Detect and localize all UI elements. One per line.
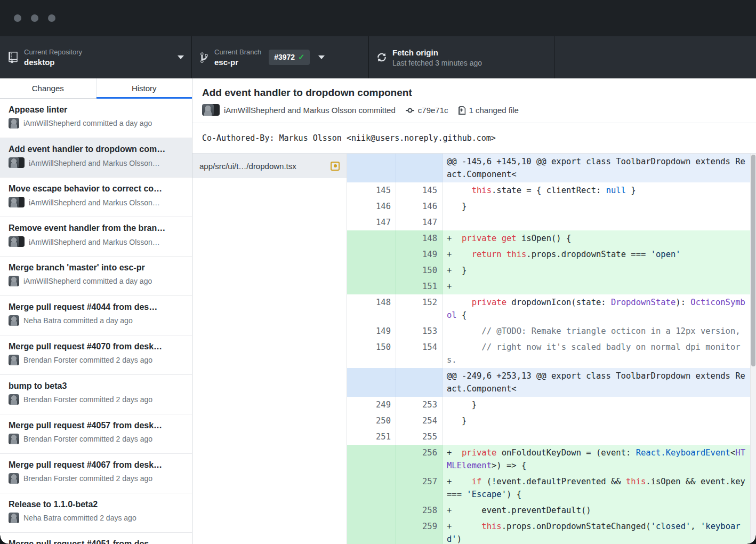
diff-code: [443, 214, 756, 230]
history-commit-item[interactable]: Release to 1.1.0-beta2Neha Batra committ…: [0, 493, 192, 533]
diff-code: +: [443, 278, 756, 294]
branch-label: Current Branch: [214, 48, 261, 56]
minimize-window-button[interactable]: [31, 14, 38, 22]
diff-hunk-header: @@ -249,6 +253,13 @@ export class Toolba…: [347, 368, 756, 397]
changed-files-count: 1 changed file: [469, 106, 519, 115]
window-corner: [0, 535, 9, 544]
new-line-number: 145: [396, 182, 443, 198]
avatar: [9, 276, 19, 286]
diff-code: this.state = { clientRect: null }: [443, 182, 756, 198]
changed-files-panel: app/src/ui/t…/dropdown.tsx: [192, 154, 347, 544]
old-line-number: [347, 445, 396, 474]
history-commit-item[interactable]: Move escape behavior to correct co…iAmWi…: [0, 178, 192, 217]
commit-item-meta-row: Brendan Forster committed 2 days ago: [9, 394, 183, 405]
diff-scrollbar-thumb[interactable]: [751, 155, 755, 366]
new-line-number: 254: [396, 413, 443, 429]
diff-line: 146146 }: [347, 198, 756, 214]
diff-line: 149+ return this.props.dropdownState ===…: [347, 246, 756, 262]
old-line-number: [347, 230, 396, 246]
commit-item-meta: Brendan Forster committed 2 days ago: [23, 356, 152, 364]
history-commit-item[interactable]: Remove event handler from the bran…iAmWi…: [0, 217, 192, 257]
commit-item-title: Appease linter: [9, 105, 183, 115]
diff-line: 150154 // right now it's scaled badly on…: [347, 339, 756, 368]
fetch-origin-button[interactable]: Fetch origin Last fetched 3 minutes ago: [369, 36, 554, 78]
diff-code: + if (!event.defaultPrevented && this.is…: [443, 474, 756, 502]
history-commit-item[interactable]: Merge pull request #4070 from desk…Brend…: [0, 335, 192, 375]
new-line-number: 150: [396, 262, 443, 278]
new-line-number: 146: [396, 198, 443, 214]
old-line-number: 249: [347, 397, 396, 413]
diff-hunk-header: @@ -145,6 +145,10 @@ export class Toolba…: [347, 154, 756, 182]
diff-line: 250254 }: [347, 413, 756, 429]
diff-code: // right now it's scaled badly on normal…: [443, 339, 756, 368]
history-commit-item[interactable]: Merge pull request #4067 from desk…Brend…: [0, 454, 192, 493]
diff-line: 257+ if (!event.defaultPrevented && this…: [347, 474, 756, 502]
diff-rows: @@ -145,6 +145,10 @@ export class Toolba…: [347, 154, 756, 544]
diff-line: 251255: [347, 429, 756, 445]
diff-code: + event.preventDefault(): [443, 502, 756, 518]
commit-header: Add event handler to dropdown component …: [192, 78, 756, 123]
diff-code: private dropdownIcon(state: DropdownStat…: [443, 294, 756, 323]
history-commit-list: Appease linteriAmWillShepherd committed …: [0, 99, 192, 544]
history-commit-item[interactable]: Merge pull request #4044 from des…Neha B…: [0, 296, 192, 335]
repository-name: desktop: [24, 58, 82, 67]
commit-item-meta-row: iAmWillShepherd committed a day ago: [9, 118, 183, 129]
changed-file-row[interactable]: app/src/ui/t…/dropdown.tsx: [192, 154, 347, 178]
new-line-number: 258: [396, 502, 443, 518]
commit-item-meta: iAmWillShepherd and Markus Olsson…: [29, 159, 160, 167]
commit-item-meta: Brendan Forster committed 2 days ago: [23, 474, 152, 483]
diff-view: @@ -145,6 +145,10 @@ export class Toolba…: [347, 154, 756, 544]
author-avatars: [9, 157, 25, 169]
file-path: app/src/ui/t…/dropdown.tsx: [199, 162, 331, 171]
history-commit-item[interactable]: Merge pull request #4051 from des…: [0, 533, 192, 544]
diff-code: [443, 429, 756, 445]
avatar: [9, 394, 19, 405]
sidebar-tabs: Changes History: [0, 78, 192, 99]
diff-code: + return this.props.dropdownState === 'o…: [443, 246, 756, 262]
old-line-number: 145: [347, 182, 396, 198]
history-commit-item[interactable]: Appease linteriAmWillShepherd committed …: [0, 99, 192, 138]
zoom-window-button[interactable]: [48, 14, 55, 22]
diff-line: 148152 private dropdownIcon(state: Dropd…: [347, 294, 756, 323]
diff-line: 145145 this.state = { clientRect: null }: [347, 182, 756, 198]
old-line-number: 150: [347, 339, 396, 368]
history-commit-item[interactable]: Add event handler to dropdown com…iAmWil…: [0, 138, 192, 178]
new-line-number: 147: [396, 214, 443, 230]
commit-item-title: Remove event handler from the bran…: [9, 223, 183, 233]
branch-name: esc-pr: [214, 58, 261, 67]
commit-item-title: Merge pull request #4067 from desk…: [9, 460, 183, 470]
commit-item-meta-row: Brendan Forster committed 2 days ago: [9, 434, 183, 444]
history-commit-item[interactable]: bump to beta3Brendan Forster committed 2…: [0, 375, 192, 414]
old-line-number: [347, 154, 396, 182]
commit-sha: c79e71c: [418, 106, 448, 115]
diff-line: 149153 // @TODO: Remake triangle octicon…: [347, 323, 756, 339]
history-commit-item[interactable]: Merge pull request #4057 from desk…Brend…: [0, 414, 192, 454]
old-line-number: 251: [347, 429, 396, 445]
new-line-number: 151: [396, 278, 443, 294]
tab-changes[interactable]: Changes: [0, 78, 96, 98]
diff-code: }: [443, 397, 756, 413]
commit-item-meta-row: Neha Batra committed 2 days ago: [9, 513, 183, 523]
history-commit-item[interactable]: Merge branch 'master' into esc-priAmWill…: [0, 257, 192, 296]
commit-item-meta: iAmWillShepherd and Markus Olsson…: [29, 198, 160, 207]
changed-file-icon: [458, 106, 466, 115]
tab-history[interactable]: History: [96, 78, 192, 98]
repository-label: Current Repository: [24, 48, 82, 56]
commit-description: Co-Authored-By: Markus Olsson <niik@user…: [192, 123, 756, 154]
new-line-number: [396, 154, 443, 182]
commit-item-meta: Brendan Forster committed 2 days ago: [23, 435, 152, 443]
diff-code: }: [443, 413, 756, 429]
diff-scrollbar-track[interactable]: [750, 154, 756, 544]
commit-item-title: Merge pull request #4044 from des…: [9, 302, 183, 312]
diff-line: 147147: [347, 214, 756, 230]
close-window-button[interactable]: [14, 14, 21, 22]
new-line-number: [396, 368, 443, 397]
new-line-number: 253: [396, 397, 443, 413]
pull-request-number: #3972: [274, 53, 295, 61]
git-branch-icon: [200, 52, 208, 63]
new-line-number: 149: [396, 246, 443, 262]
commit-item-meta: iAmWillShepherd committed a day ago: [23, 277, 152, 285]
current-branch-button[interactable]: Current Branch esc-pr #3972 ✓: [192, 36, 369, 78]
new-line-number: 148: [396, 230, 443, 246]
current-repository-button[interactable]: Current Repository desktop: [0, 36, 192, 78]
